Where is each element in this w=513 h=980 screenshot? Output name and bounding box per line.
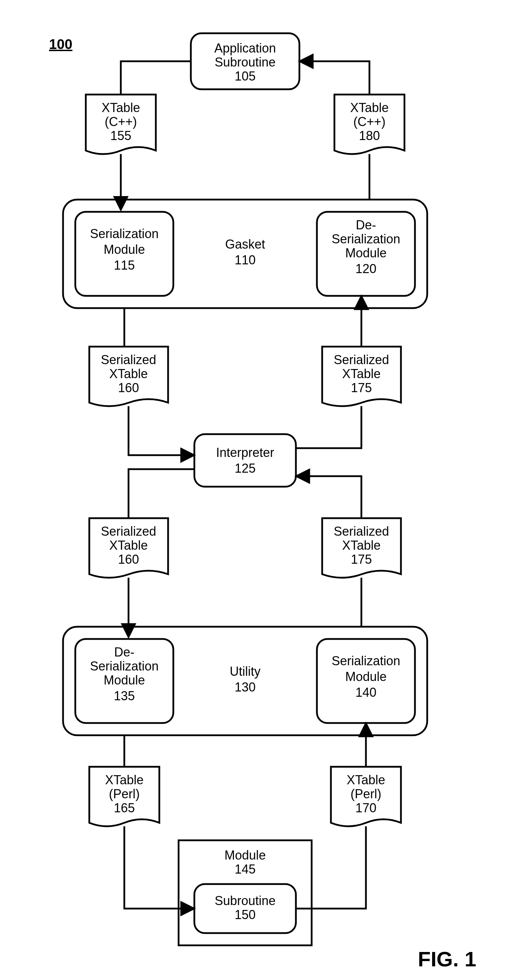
xtable-cpp-left: XTable (C++) 155 bbox=[86, 94, 156, 154]
svg-text:XTable: XTable bbox=[109, 367, 148, 381]
gasket-num: 110 bbox=[234, 253, 256, 267]
svg-text:Module: Module bbox=[104, 673, 145, 687]
svg-text:XTable: XTable bbox=[342, 538, 381, 552]
svg-text:Module: Module bbox=[104, 242, 145, 257]
svg-text:Interpreter: Interpreter bbox=[216, 445, 274, 460]
svg-text:Serialized: Serialized bbox=[101, 524, 156, 538]
svg-text:XTable: XTable bbox=[342, 367, 381, 381]
svg-text:Serialization: Serialization bbox=[90, 226, 159, 241]
figure-ref: 100 bbox=[49, 37, 72, 52]
svg-text:Serialized: Serialized bbox=[101, 353, 156, 367]
svg-text:(C++): (C++) bbox=[353, 115, 386, 129]
svg-text:XTable: XTable bbox=[109, 538, 148, 552]
svg-text:XTable: XTable bbox=[350, 100, 389, 115]
svg-text:Module: Module bbox=[345, 246, 387, 260]
svg-text:Serialization: Serialization bbox=[331, 232, 400, 246]
app-subroutine-l1: Application bbox=[214, 41, 276, 55]
svg-text:XTable: XTable bbox=[105, 773, 143, 787]
svg-text:120: 120 bbox=[355, 261, 376, 276]
app-subroutine-num: 105 bbox=[234, 69, 256, 83]
xtable-cpp-right: XTable (C++) 180 bbox=[335, 94, 405, 154]
svg-text:125: 125 bbox=[234, 461, 256, 476]
figure-label: FIG. 1 bbox=[418, 947, 476, 971]
utility-num: 130 bbox=[234, 680, 256, 694]
svg-text:115: 115 bbox=[114, 258, 135, 272]
svg-text:160: 160 bbox=[118, 380, 139, 395]
svg-text:175: 175 bbox=[351, 552, 372, 566]
utility-label: Utility bbox=[230, 664, 261, 679]
ser-xtable-bot-right: Serialized XTable 175 bbox=[322, 518, 401, 578]
svg-text:(C++): (C++) bbox=[105, 115, 137, 129]
subroutine-num: 150 bbox=[234, 907, 256, 922]
module-num: 145 bbox=[234, 862, 256, 877]
app-subroutine-l2: Subroutine bbox=[215, 55, 276, 69]
svg-text:Serialized: Serialized bbox=[334, 524, 389, 538]
svg-text:Serialization: Serialization bbox=[90, 659, 159, 673]
module-label: Module bbox=[225, 848, 266, 862]
svg-text:De-: De- bbox=[356, 218, 376, 232]
xtable-perl-left: XTable (Perl) 165 bbox=[89, 767, 159, 826]
diagram-canvas: 100 Application Subroutine 105 XTable (C… bbox=[0, 0, 513, 980]
svg-text:(Perl): (Perl) bbox=[109, 787, 140, 801]
ser-xtable-bot-left: Serialized XTable 160 bbox=[89, 518, 168, 578]
subroutine-label: Subroutine bbox=[215, 894, 276, 908]
svg-text:180: 180 bbox=[359, 129, 380, 143]
svg-text:Serialization: Serialization bbox=[331, 654, 400, 668]
svg-text:160: 160 bbox=[118, 552, 139, 566]
svg-text:175: 175 bbox=[351, 380, 372, 395]
svg-text:Serialized: Serialized bbox=[334, 353, 389, 367]
svg-text:165: 165 bbox=[114, 801, 135, 815]
ser-xtable-top-left: Serialized XTable 160 bbox=[89, 347, 168, 406]
svg-text:XTable: XTable bbox=[347, 773, 385, 787]
svg-text:De-: De- bbox=[114, 645, 134, 659]
xtable-perl-right: XTable (Perl) 170 bbox=[331, 767, 401, 826]
svg-text:155: 155 bbox=[110, 129, 131, 143]
svg-text:Module: Module bbox=[345, 670, 387, 684]
svg-text:140: 140 bbox=[355, 685, 376, 700]
svg-text:135: 135 bbox=[114, 689, 135, 703]
svg-text:XTable: XTable bbox=[102, 100, 140, 115]
interpreter-box bbox=[194, 434, 296, 487]
svg-text:170: 170 bbox=[355, 801, 376, 815]
gasket-label: Gasket bbox=[225, 237, 265, 251]
svg-text:(Perl): (Perl) bbox=[350, 787, 381, 801]
ser-xtable-top-right: Serialized XTable 175 bbox=[322, 347, 401, 406]
